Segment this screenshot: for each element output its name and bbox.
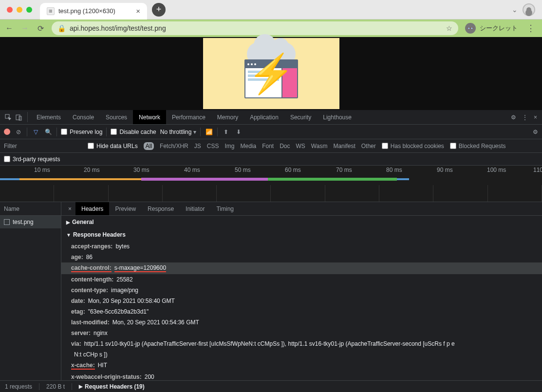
inspect-element-icon[interactable] bbox=[3, 110, 14, 124]
back-button[interactable]: ← bbox=[5, 24, 14, 33]
new-tab-button[interactable]: + bbox=[152, 3, 166, 17]
wifi-icon[interactable]: 📶 bbox=[205, 129, 213, 135]
section-response-headers[interactable]: ▼Response Headers bbox=[61, 228, 542, 241]
tab-sources[interactable]: Sources bbox=[100, 110, 133, 124]
devtools-tabbar: Elements Console Sources Network Perform… bbox=[0, 110, 542, 125]
close-detail-icon[interactable]: × bbox=[64, 205, 75, 212]
filter-chip-js[interactable]: JS bbox=[194, 143, 201, 149]
browser-tab[interactable]: ▦ test.png (1200×630) × bbox=[40, 3, 147, 19]
settings-gear-icon[interactable]: ⚙ bbox=[511, 114, 516, 121]
filter-chip-other[interactable]: Other bbox=[361, 143, 376, 149]
url-input[interactable]: 🔒 api.hopes.host/img/test/test.png ☆ bbox=[52, 21, 458, 35]
reload-button[interactable]: ⟳ bbox=[36, 24, 45, 33]
header-row: accept-ranges:bytes bbox=[61, 241, 542, 252]
incognito-icon: 👓 bbox=[465, 23, 476, 34]
blocked-cookies-checkbox[interactable]: Has blocked cookies bbox=[382, 143, 444, 149]
section-request-headers[interactable]: ▶Request Headers (19) bbox=[79, 383, 145, 390]
hide-data-urls-checkbox[interactable]: Hide data URLs bbox=[88, 143, 138, 149]
network-type-filter-2: 3rd-party requests bbox=[0, 153, 542, 166]
lightning-bolt-icon: ⚡ bbox=[247, 52, 295, 96]
forward-button[interactable]: → bbox=[20, 24, 29, 33]
filter-icon[interactable]: ▽ bbox=[31, 129, 40, 135]
search-icon[interactable]: 🔍 bbox=[44, 129, 53, 135]
filter-chip-wasm[interactable]: Wasm bbox=[311, 143, 328, 149]
status-transferred: 220 B t bbox=[46, 383, 65, 390]
header-row: date:Mon, 20 Sep 2021 00:58:40 GMT bbox=[61, 296, 542, 306]
device-toolbar-icon[interactable] bbox=[14, 110, 24, 124]
disable-cache-checkbox[interactable]: Disable cache bbox=[111, 129, 156, 135]
network-toolbar: ⊘ ▽ 🔍 Preserve log Disable cache No thro… bbox=[0, 125, 542, 139]
throttling-select[interactable]: No throttling ▾ bbox=[160, 129, 197, 135]
filter-chip-fetchxhr[interactable]: Fetch/XHR bbox=[160, 143, 188, 149]
detail-tab-initiator[interactable]: Initiator bbox=[180, 202, 210, 215]
bookmark-star-icon[interactable]: ☆ bbox=[446, 24, 452, 32]
export-har-icon[interactable]: ⬇ bbox=[234, 129, 243, 135]
more-menu-icon[interactable]: ⋮ bbox=[522, 114, 528, 121]
clear-button[interactable]: ⊘ bbox=[14, 129, 23, 135]
blocked-requests-checkbox[interactable]: Blocked Requests bbox=[450, 143, 506, 149]
incognito-label: シークレット bbox=[480, 24, 518, 33]
detail-tab-response[interactable]: Response bbox=[142, 202, 180, 215]
header-row: content-type:image/png bbox=[61, 285, 542, 296]
network-body: Name test.png × Headers Preview Response… bbox=[0, 202, 542, 380]
detail-tabbar: × Headers Preview Response Initiator Tim… bbox=[61, 202, 542, 216]
header-row: cache-control:s-maxage=1209600 bbox=[61, 262, 542, 274]
filter-chip-font[interactable]: Font bbox=[262, 143, 274, 149]
status-requests: 1 requests bbox=[5, 383, 32, 390]
filter-chip-ws[interactable]: WS bbox=[296, 143, 305, 149]
traffic-lights bbox=[7, 7, 32, 13]
record-button[interactable] bbox=[4, 129, 10, 135]
filter-chip-manifest[interactable]: Manifest bbox=[333, 143, 355, 149]
detail-tab-timing[interactable]: Timing bbox=[210, 202, 240, 215]
close-tab-icon[interactable]: × bbox=[136, 7, 140, 15]
file-icon bbox=[4, 219, 10, 225]
filter-chip-img[interactable]: Img bbox=[224, 143, 234, 149]
incognito-indicator[interactable]: 👓 シークレット bbox=[465, 23, 518, 34]
tab-elements[interactable]: Elements bbox=[31, 110, 67, 124]
filter-input[interactable]: Filter bbox=[4, 143, 82, 149]
tab-security[interactable]: Security bbox=[284, 110, 317, 124]
filter-chip-all[interactable]: All bbox=[144, 142, 154, 150]
waterfall-overview[interactable]: 10 ms 20 ms 30 ms 40 ms 50 ms 60 ms 70 m… bbox=[0, 166, 542, 202]
close-devtools-icon[interactable]: × bbox=[534, 114, 537, 121]
chevron-down-icon[interactable]: ⌄ bbox=[512, 6, 518, 14]
request-list-header[interactable]: Name bbox=[0, 202, 61, 216]
tab-performance[interactable]: Performance bbox=[166, 110, 211, 124]
header-row: x-cache:HIT bbox=[61, 360, 542, 372]
browser-titlebar: ▦ test.png (1200×630) × + ⌄ bbox=[0, 0, 542, 19]
request-name: test.png bbox=[13, 219, 34, 225]
address-bar: ← → ⟳ 🔒 api.hopes.host/img/test/test.png… bbox=[0, 19, 542, 37]
url-text: api.hopes.host/img/test/test.png bbox=[70, 24, 166, 32]
section-general[interactable]: ▶General bbox=[61, 216, 542, 228]
request-list: Name test.png bbox=[0, 202, 61, 380]
tab-network[interactable]: Network bbox=[133, 110, 166, 124]
detail-tab-preview[interactable]: Preview bbox=[109, 202, 142, 215]
close-window-button[interactable] bbox=[7, 7, 13, 13]
tab-application[interactable]: Application bbox=[244, 110, 284, 124]
network-type-filter: Filter Hide data URLs All Fetch/XHR JS C… bbox=[0, 139, 542, 153]
page-viewport: ⚡ bbox=[0, 37, 542, 110]
header-row: etag:"63ee-5cc62b9a2b3d1" bbox=[61, 306, 542, 317]
profile-icon[interactable] bbox=[523, 3, 535, 16]
header-row: x-webaccel-origin-status:200 bbox=[61, 372, 542, 380]
detail-tab-headers[interactable]: Headers bbox=[75, 202, 109, 215]
filter-chip-css[interactable]: CSS bbox=[207, 143, 219, 149]
headers-content: ▶General ▼Response Headers accept-ranges… bbox=[61, 216, 542, 380]
tab-lighthouse[interactable]: Lighthouse bbox=[317, 110, 357, 124]
request-row[interactable]: test.png bbox=[0, 216, 61, 228]
maximize-window-button[interactable] bbox=[26, 7, 32, 13]
header-row: content-length:25582 bbox=[61, 274, 542, 285]
filter-chip-media[interactable]: Media bbox=[240, 143, 256, 149]
tab-memory[interactable]: Memory bbox=[211, 110, 244, 124]
header-row: N:t cCHp s ]) bbox=[61, 349, 542, 360]
filter-chip-doc[interactable]: Doc bbox=[280, 143, 290, 149]
header-row: age:86 bbox=[61, 252, 542, 262]
network-settings-icon[interactable]: ⚙ bbox=[533, 129, 538, 135]
tab-console[interactable]: Console bbox=[67, 110, 100, 124]
minimize-window-button[interactable] bbox=[17, 7, 22, 13]
third-party-checkbox[interactable]: 3rd-party requests bbox=[4, 156, 60, 163]
import-har-icon[interactable]: ⬆ bbox=[222, 129, 230, 135]
request-detail: × Headers Preview Response Initiator Tim… bbox=[61, 202, 542, 380]
browser-menu-button[interactable]: ⋮ bbox=[524, 23, 537, 34]
preserve-log-checkbox[interactable]: Preserve log bbox=[61, 129, 102, 135]
